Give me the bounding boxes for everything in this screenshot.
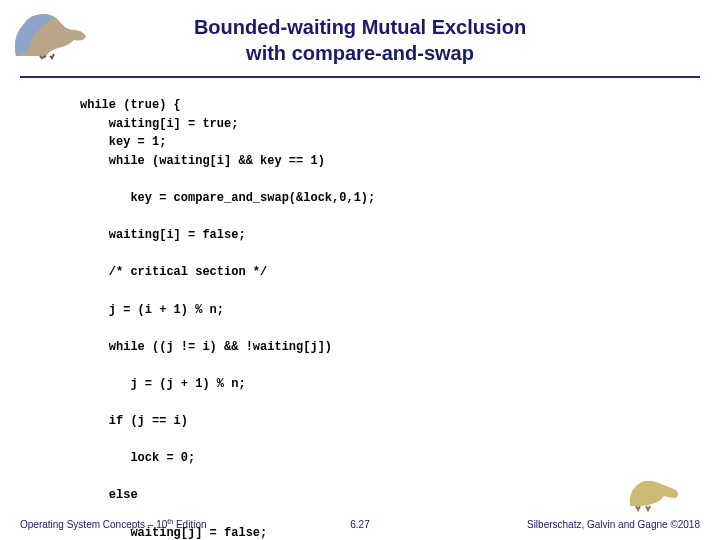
footer-copyright: Silberschatz, Galvin and Gagne ©2018 <box>527 519 700 530</box>
slide-title: Bounded-waiting Mutual Exclusion with co… <box>20 14 700 66</box>
title-line-1: Bounded-waiting Mutual Exclusion <box>194 16 526 38</box>
dinosaur-top-icon <box>10 6 90 62</box>
code-line: while ((j != i) && !waiting[j]) <box>80 340 332 354</box>
code-line: waiting[i] = true; <box>80 117 238 131</box>
code-line: key = 1; <box>80 135 166 149</box>
code-line: lock = 0; <box>80 451 195 465</box>
slide-content: while (true) { waiting[i] = true; key = … <box>0 96 720 540</box>
code-line: waiting[i] = false; <box>80 228 246 242</box>
title-underline <box>20 76 700 78</box>
code-line: while (true) { <box>80 98 181 112</box>
title-line-2: with compare-and-swap <box>246 42 474 64</box>
code-line: if (j == i) <box>80 414 188 428</box>
code-line: while (waiting[i] && key == 1) <box>80 154 325 168</box>
code-line: key = compare_and_swap(&lock,0,1); <box>80 191 375 205</box>
code-line: /* critical section */ <box>80 265 267 279</box>
dinosaur-bottom-icon <box>626 472 682 512</box>
code-line: j = (j + 1) % n; <box>80 377 246 391</box>
code-block: while (true) { waiting[i] = true; key = … <box>80 96 700 540</box>
code-line: else <box>80 488 138 502</box>
code-line: j = (i + 1) % n; <box>80 303 224 317</box>
